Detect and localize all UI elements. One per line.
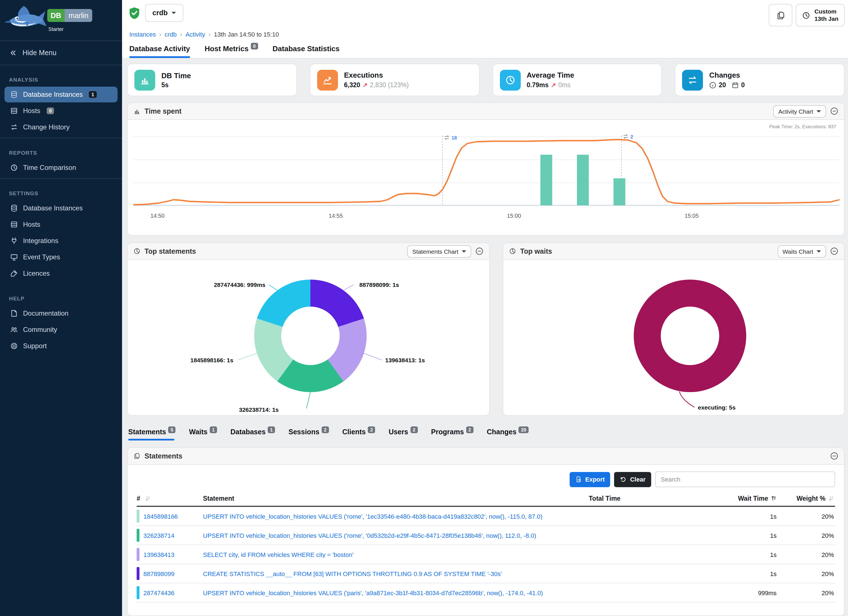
statements-table: # Statement Total Time Wait Time Weight … xyxy=(136,495,835,603)
statements-donut-chart[interactable]: 287474436: 999ms 887898099: 1s 184589816… xyxy=(127,260,489,416)
tab-badge: 0 xyxy=(251,43,258,49)
statement-id-link[interactable]: 139638413 xyxy=(144,551,174,558)
sidebar-item-hosts[interactable]: Hosts 0 xyxy=(4,103,117,119)
hide-menu-button[interactable]: Hide Menu xyxy=(0,41,122,65)
section-label: ANALYSIS xyxy=(0,71,122,86)
time-spent-chart[interactable]: Peak Time: 2s, Executions: 837 18 2 14:5… xyxy=(127,120,844,236)
tab-programs[interactable]: Programs 2 xyxy=(431,428,473,441)
swap-arrows-icon xyxy=(623,133,629,140)
copy-link-button[interactable] xyxy=(769,4,793,27)
tab-badge: 20 xyxy=(519,426,529,433)
sidebar-item-label: Licences xyxy=(23,269,50,278)
instance-selector[interactable]: crdb xyxy=(145,4,183,22)
export-button[interactable]: Export xyxy=(569,472,611,487)
statement-link[interactable]: SELECT city, id FROM vehicles WHERE city… xyxy=(203,551,353,558)
waits-chart-select[interactable]: Waits Chart xyxy=(777,245,826,257)
breadcrumb-crdb[interactable]: crdb xyxy=(165,31,177,38)
tab-database-activity[interactable]: Database Activity xyxy=(129,45,190,58)
kpi-changes: Changes 20 0 xyxy=(675,64,845,96)
collapse-icon[interactable] xyxy=(830,107,838,115)
statement-link[interactable]: UPSERT INTO vehicle_location_histories V… xyxy=(203,532,536,539)
sidebar-item-documentation[interactable]: Documentation xyxy=(4,306,117,321)
statement-color-chip xyxy=(136,586,139,599)
statement-id-link[interactable]: 887898099 xyxy=(144,570,174,577)
sidebar-item-community[interactable]: Community xyxy=(4,322,117,337)
plug-icon xyxy=(10,237,18,245)
col-weight-header[interactable]: Weight % xyxy=(777,495,835,502)
donut-label: 139638413: 1s xyxy=(385,357,425,364)
waits-donut[interactable] xyxy=(634,280,746,392)
tab-waits[interactable]: Waits 1 xyxy=(189,428,217,441)
top-statements-panel: Top statements Statements Chart xyxy=(127,242,490,416)
tab-label: Databases xyxy=(230,428,265,436)
collapse-icon[interactable] xyxy=(830,247,838,255)
sidebar-item-change-history[interactable]: Change History xyxy=(4,119,117,135)
tab-sessions[interactable]: Sessions 2 xyxy=(289,428,329,441)
breadcrumb-activity[interactable]: Activity xyxy=(185,31,205,38)
sort-icon[interactable] xyxy=(827,495,834,502)
clear-button[interactable]: Clear xyxy=(614,472,651,487)
sidebar-item-label: Community xyxy=(23,326,57,334)
tab-statements[interactable]: Statements 5 xyxy=(128,428,175,441)
statement-link[interactable]: CREATE STATISTICS __auto__ FROM [63] WIT… xyxy=(203,570,502,577)
logo[interactable]: DB marlin Starter xyxy=(0,0,122,40)
sidebar-item-settings-database-instances[interactable]: Database Instances xyxy=(4,200,117,216)
statement-id-link[interactable]: 326238714 xyxy=(144,532,174,539)
database-icon xyxy=(10,204,18,212)
sidebar-item-licences[interactable]: Licences xyxy=(4,266,117,281)
collapse-icon[interactable] xyxy=(475,247,483,255)
col-statement-header[interactable]: Statement xyxy=(203,495,589,502)
tab-users[interactable]: Users 2 xyxy=(388,428,418,441)
statement-link[interactable]: UPSERT INTO vehicle_location_histories V… xyxy=(203,589,543,596)
clock-icon xyxy=(802,11,811,19)
document-icon xyxy=(10,309,18,317)
svg-text:15:05: 15:05 xyxy=(685,213,699,219)
statement-color-chip xyxy=(136,510,139,522)
sidebar-item-database-instances[interactable]: Database Instances 1 xyxy=(4,87,117,102)
kpi-value: 6,320 xyxy=(344,82,360,89)
section-label: HELP xyxy=(0,290,122,305)
weight-value: 20% xyxy=(777,551,835,558)
svg-text:15:00: 15:00 xyxy=(507,213,521,219)
statements-donut[interactable] xyxy=(254,280,367,392)
tab-changes[interactable]: Changes 20 xyxy=(487,428,529,441)
col-wait-time-header[interactable]: Wait Time xyxy=(643,495,777,502)
sidebar-item-event-types[interactable]: Event Types xyxy=(4,249,117,265)
sidebar-item-integrations[interactable]: Integrations xyxy=(4,233,117,249)
tab-database-statistics[interactable]: Database Statistics xyxy=(273,45,339,58)
tab-clients[interactable]: Clients 2 xyxy=(342,428,375,441)
time-range-button[interactable]: Custom 13th Jan xyxy=(796,4,845,27)
activity-chart-select[interactable]: Activity Chart xyxy=(773,105,826,117)
breadcrumb-instances[interactable]: Instances xyxy=(129,31,156,38)
pie-chart-icon xyxy=(133,248,141,255)
collapse-icon[interactable] xyxy=(830,452,838,460)
change-count: 18 xyxy=(452,135,457,140)
tab-host-metrics[interactable]: Host Metrics 0 xyxy=(205,45,258,58)
sidebar-item-settings-hosts[interactable]: Hosts xyxy=(4,217,117,232)
sort-up-icon[interactable] xyxy=(770,495,777,502)
server-icon xyxy=(10,107,18,115)
statements-chart-select[interactable]: Statements Chart xyxy=(408,245,471,257)
statement-id-link[interactable]: 1845898166 xyxy=(144,513,178,520)
panel-title: Time spent xyxy=(145,107,182,115)
search-input[interactable] xyxy=(655,471,835,487)
sort-icon[interactable] xyxy=(144,495,151,502)
change-marker[interactable]: 18 xyxy=(444,134,457,141)
sidebar-item-time-comparison[interactable]: Time Comparison xyxy=(4,160,117,175)
statement-id-link[interactable]: 287474436 xyxy=(144,589,174,596)
statement-link[interactable]: UPSERT INTO vehicle_location_histories V… xyxy=(203,513,543,520)
info-icon[interactable] xyxy=(709,82,717,89)
sidebar-item-label: Integrations xyxy=(23,237,58,245)
sidebar-item-support[interactable]: Support xyxy=(4,338,117,354)
donut-label: 887898099: 1s xyxy=(359,281,399,288)
waits-donut-chart[interactable]: executing: 5s xyxy=(503,260,844,416)
calendar-icon[interactable] xyxy=(732,82,739,89)
table-row: 887898099 CREATE STATISTICS __auto__ FRO… xyxy=(136,564,835,583)
tab-databases[interactable]: Databases 1 xyxy=(230,428,275,441)
sidebar-section-analysis: ANALYSIS Database Instances 1 Hosts 0 Ch… xyxy=(0,65,122,138)
database-icon xyxy=(10,91,18,98)
col-id-header[interactable]: # xyxy=(136,495,203,502)
col-total-time-header[interactable]: Total Time xyxy=(589,495,643,502)
statement-color-chip xyxy=(136,548,139,561)
change-marker[interactable]: 2 xyxy=(623,133,633,140)
